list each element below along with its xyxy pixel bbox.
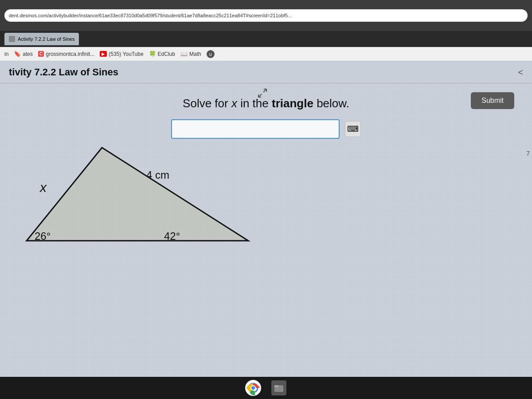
- x-label: x: [39, 180, 47, 195]
- bookmark-math[interactable]: 📖 Math: [180, 51, 201, 57]
- problem-question: Solve for x in the triangle below.: [183, 97, 349, 110]
- chrome-icon: [245, 380, 261, 396]
- tab-favicon: [9, 36, 15, 42]
- files-icon: [271, 380, 286, 395]
- math-label: Math: [189, 51, 201, 57]
- edclub-label: EdClub: [158, 51, 175, 57]
- taskbar: [0, 377, 532, 399]
- bookmark-u[interactable]: u: [207, 50, 215, 58]
- triangle-container: x 4 cm 26° 42°: [13, 132, 262, 256]
- edclub-icon: 🍀: [149, 51, 156, 57]
- bookmark-bar: in 🔖 ates C grossmontca.infinit... ▶ (53…: [0, 47, 532, 61]
- triangle-svg: x 4 cm 26° 42°: [13, 132, 262, 256]
- url-text: dent.desmos.com/activitybuilder/instance…: [9, 13, 292, 18]
- files-taskbar-icon[interactable]: [270, 379, 287, 396]
- keyboard-icon[interactable]: ⌨: [345, 121, 361, 137]
- svg-point-5: [251, 386, 255, 390]
- u-icon: u: [207, 50, 215, 58]
- browser-chrome: dent.desmos.com/activitybuilder/instance…: [0, 0, 532, 31]
- bookmark-edclub[interactable]: 🍀 EdClub: [149, 51, 175, 57]
- triangle-shape: [27, 148, 248, 241]
- youtube-icon: ▶: [100, 51, 107, 57]
- signin-label: in: [4, 51, 8, 57]
- bookmark-ates[interactable]: 🔖 ates: [14, 51, 33, 57]
- svg-rect-7: [274, 385, 278, 387]
- folder-icon: [274, 383, 284, 393]
- submit-button[interactable]: Submit: [471, 92, 514, 109]
- activity-header: tivity 7.2.2 Law of Sines <: [0, 61, 532, 83]
- tab-bar: Activity 7.2.2 Law of Sines: [0, 31, 532, 47]
- nav-arrow-right[interactable]: <: [518, 67, 523, 77]
- ates-label: ates: [23, 51, 33, 57]
- activity-title: tivity 7.2.2 Law of Sines: [9, 66, 118, 78]
- chrome-taskbar-icon[interactable]: [245, 379, 262, 396]
- c-logo-icon: C: [38, 51, 44, 57]
- grossmontca-label: grossmontca.infinit...: [46, 51, 94, 57]
- bookmark-youtube[interactable]: ▶ (535) YouTube: [100, 51, 143, 57]
- book-icon: 📖: [180, 51, 188, 57]
- side-label: 4 cm: [146, 169, 169, 181]
- page-badge: 7: [526, 150, 530, 157]
- tab-label: Activity 7.2.2 Law of Sines: [18, 36, 74, 42]
- youtube-label: (535) YouTube: [109, 51, 143, 57]
- bookmark-signin[interactable]: in: [4, 51, 8, 57]
- active-tab[interactable]: Activity 7.2.2 Law of Sines: [4, 33, 79, 45]
- angle-left-label: 26°: [35, 230, 51, 242]
- url-bar[interactable]: dent.desmos.com/activitybuilder/instance…: [4, 9, 528, 22]
- bookmark-grossmontca[interactable]: C grossmontca.infinit...: [38, 51, 94, 57]
- main-content: tivity 7.2.2 Law of Sines < Solve for x …: [0, 61, 532, 399]
- angle-bottom-label: 42°: [164, 230, 180, 242]
